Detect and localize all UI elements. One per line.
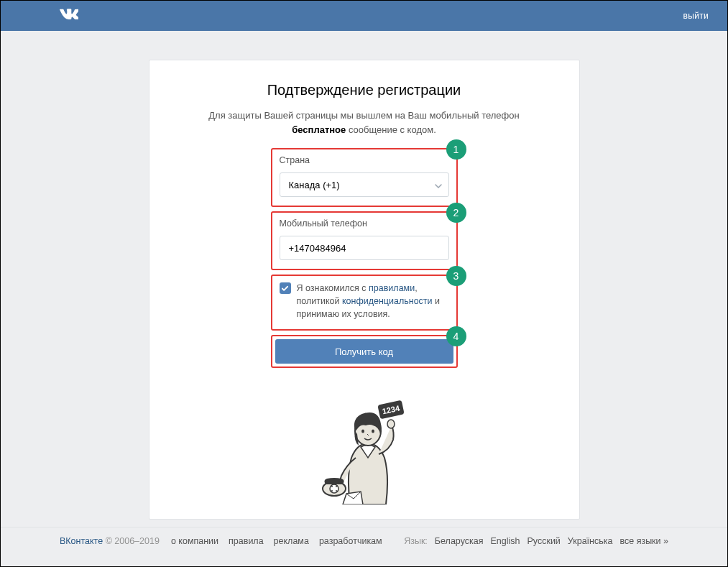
terms-section: 3 Я ознакомился с правилами, политикой к…	[271, 275, 458, 331]
footer: ВКонтакте © 2006–2019 о компании правила…	[1, 527, 727, 566]
registration-card: Подтверждение регистрации Для защиты Ваш…	[149, 60, 580, 520]
terms-checkbox[interactable]	[280, 282, 291, 294]
svg-point-2	[372, 430, 374, 433]
main-content: Подтверждение регистрации Для защиты Ваш…	[1, 31, 727, 520]
svg-point-7	[331, 486, 333, 487]
badge-4: 4	[446, 326, 466, 346]
form-wrapper: 1 Страна Канада (+1) 2 Мобильный телефон…	[271, 148, 458, 368]
page-subtitle: Для защиты Вашей страницы мы вышлем на В…	[164, 109, 565, 137]
svg-point-1	[361, 430, 364, 433]
privacy-link[interactable]: конфиденциальности	[342, 296, 433, 306]
lang-en[interactable]: English	[490, 536, 520, 546]
vk-logo[interactable]	[60, 6, 78, 25]
footer-rules-link[interactable]: правила	[229, 536, 264, 546]
submit-section: 4 Получить код	[271, 335, 458, 368]
lang-uk[interactable]: Українська	[568, 536, 613, 546]
terms-label: Я ознакомился с правилами, политикой кон…	[297, 282, 449, 321]
footer-langs: Беларуская English Русский Українська вс…	[435, 536, 668, 546]
badge-3: 3	[446, 266, 466, 286]
badge-1: 1	[446, 139, 466, 160]
phone-input[interactable]	[280, 236, 449, 260]
lang-be[interactable]: Беларуская	[435, 536, 484, 546]
svg-point-10	[336, 490, 337, 492]
lang-all[interactable]: все языки »	[619, 536, 668, 546]
footer-brand[interactable]: ВКонтакте	[60, 536, 103, 546]
phone-label: Мобильный телефон	[280, 218, 449, 229]
country-section: 1 Страна Канада (+1)	[271, 148, 458, 207]
country-select-wrapper: Канада (+1)	[280, 172, 449, 197]
footer-about-link[interactable]: о компании	[171, 536, 218, 546]
get-code-button[interactable]: Получить код	[275, 339, 453, 364]
phone-section: 2 Мобильный телефон	[271, 211, 458, 270]
footer-copyright: © 2006–2019	[103, 536, 160, 546]
country-label: Страна	[280, 155, 449, 165]
footer-right: Язык: Беларуская English Русский Українс…	[404, 536, 668, 546]
logout-link[interactable]: выйти	[683, 11, 709, 21]
rules-link[interactable]: правилами	[369, 283, 415, 293]
badge-2: 2	[446, 203, 466, 223]
svg-point-8	[336, 486, 337, 487]
page-title: Подтверждение регистрации	[164, 82, 565, 98]
footer-devs-link[interactable]: разработчикам	[319, 536, 382, 546]
header: выйти	[1, 1, 727, 31]
svg-point-9	[331, 490, 333, 492]
footer-left: ВКонтакте © 2006–2019 о компании правила…	[60, 536, 382, 546]
illustration: 1234	[307, 389, 422, 504]
svg-point-6	[330, 484, 338, 493]
footer-links: о компании правила реклама разработчикам	[171, 536, 382, 546]
svg-point-3	[387, 420, 395, 428]
footer-lang-label: Язык:	[404, 536, 428, 546]
lang-ru[interactable]: Русский	[527, 536, 560, 546]
footer-ads-link[interactable]: реклама	[274, 536, 309, 546]
country-select[interactable]: Канада (+1)	[280, 172, 449, 197]
